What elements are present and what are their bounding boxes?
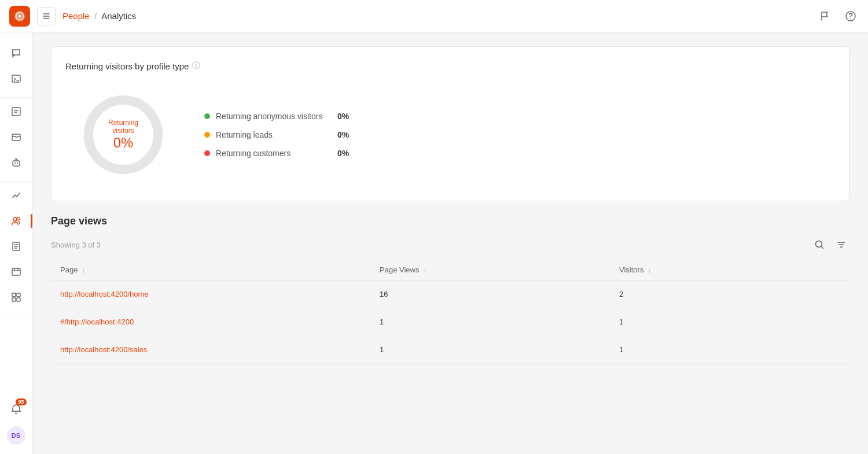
sidebar: 95 DS — [0, 0, 32, 454]
svg-point-18 — [89, 100, 158, 169]
table-cell-visitors: 1 — [610, 336, 849, 364]
svg-rect-15 — [17, 293, 20, 297]
table-cell-views: 1 — [370, 308, 610, 336]
info-icon[interactable]: ⓘ — [192, 61, 200, 71]
table-cell-page: #/http://localhost:4200 — [51, 308, 370, 336]
svg-point-10 — [13, 217, 17, 221]
sidebar-item-terminal[interactable] — [5, 67, 28, 90]
table-body: http://localhost:4200/home 16 2 #/http:/… — [51, 280, 849, 364]
donut-chart: Returning visitors 0% — [77, 88, 170, 181]
svg-point-19 — [816, 241, 822, 248]
table-row: #/http://localhost:4200 1 1 — [51, 308, 849, 336]
topbar: People / Analytics — [0, 0, 868, 32]
svg-rect-5 — [12, 108, 20, 116]
svg-rect-4 — [12, 75, 20, 82]
sidebar-item-grid[interactable] — [5, 286, 28, 309]
legend-value-leads: 0% — [337, 130, 349, 139]
returning-visitors-card: Returning visitors by profile type ⓘ Ret… — [51, 46, 849, 201]
col-header-views[interactable]: Page Views ↕ — [370, 260, 610, 280]
svg-point-3 — [850, 18, 851, 19]
page-link[interactable]: #/http://localhost:4200 — [60, 318, 134, 326]
col-header-page[interactable]: Page ↕ — [51, 260, 370, 280]
table-cell-views: 1 — [370, 336, 610, 364]
table-cell-page: http://localhost:4200/sales — [51, 336, 370, 364]
svg-point-1 — [18, 14, 21, 18]
card-title-text: Returning visitors by profile type — [65, 61, 189, 71]
legend-item-anonymous: Returning anonymous visitors 0% — [204, 112, 349, 121]
main-content: Returning visitors by profile type ⓘ Ret… — [32, 32, 868, 454]
filter-button[interactable] — [833, 237, 849, 253]
legend-dot-customers — [204, 150, 210, 156]
showing-text: Showing 3 of 3 — [51, 241, 101, 249]
legend-value-customers: 0% — [337, 149, 349, 158]
page-views-section: Page views Showing 3 of 3 Page ↕ — [51, 215, 849, 364]
chart-area: Returning visitors 0% Returning anonymou… — [65, 83, 835, 187]
avatar[interactable]: DS — [7, 426, 25, 445]
legend-item-customers: Returning customers 0% — [204, 149, 349, 158]
table-actions — [811, 237, 849, 253]
notification-badge: 95 — [16, 398, 26, 405]
table-row: http://localhost:4200/sales 1 1 — [51, 336, 849, 364]
page-views-title: Page views — [51, 215, 849, 227]
chart-legend: Returning anonymous visitors 0% Returnin… — [204, 112, 349, 158]
svg-rect-7 — [13, 161, 20, 166]
svg-rect-13 — [12, 268, 20, 275]
legend-dot-leads — [204, 132, 210, 138]
table-cell-page: http://localhost:4200/home — [51, 280, 370, 308]
page-link[interactable]: http://localhost:4200/home — [60, 290, 149, 298]
svg-point-8 — [14, 163, 15, 164]
page-views-table: Page ↕ Page Views ↕ Visitors ↓ http://lo… — [51, 260, 849, 364]
breadcrumb-parent[interactable]: People — [62, 11, 90, 21]
table-cell-visitors: 2 — [610, 280, 849, 308]
sidebar-bottom: 95 DS — [6, 398, 27, 445]
table-meta: Showing 3 of 3 — [51, 237, 849, 253]
table-header-row: Page ↕ Page Views ↕ Visitors ↓ — [51, 260, 849, 280]
sidebar-item-inbox[interactable] — [5, 126, 28, 149]
sidebar-item-people[interactable] — [5, 209, 28, 232]
flag-icon[interactable] — [817, 8, 833, 24]
app-logo[interactable] — [9, 6, 30, 27]
legend-item-leads: Returning leads 0% — [204, 130, 349, 139]
breadcrumb-separator: / — [94, 11, 97, 21]
table-cell-views: 16 — [370, 280, 610, 308]
svg-rect-17 — [17, 298, 20, 301]
sort-icon-views: ↕ — [424, 267, 427, 274]
topbar-left: People / Analytics — [9, 6, 136, 27]
svg-rect-16 — [12, 298, 16, 301]
svg-point-11 — [17, 217, 20, 220]
help-icon[interactable] — [843, 8, 859, 24]
sidebar-item-bot[interactable] — [5, 151, 28, 174]
sort-icon-page: ↕ — [82, 267, 86, 274]
legend-dot-anonymous — [204, 113, 210, 119]
sidebar-section-top — [0, 42, 32, 98]
table-cell-visitors: 1 — [610, 308, 849, 336]
page-link[interactable]: http://localhost:4200/sales — [60, 345, 147, 354]
sort-icon-visitors: ↓ — [648, 267, 652, 274]
table-row: http://localhost:4200/home 16 2 — [51, 280, 849, 308]
breadcrumb-current: Analytics — [101, 11, 136, 21]
col-header-visitors[interactable]: Visitors ↓ — [610, 260, 849, 280]
sidebar-item-analytics-chart[interactable] — [5, 184, 28, 207]
sidebar-item-chat[interactable] — [5, 42, 28, 65]
sidebar-item-contacts[interactable] — [5, 100, 28, 123]
breadcrumb: People / Analytics — [62, 11, 136, 21]
sidebar-section-analytics — [0, 184, 32, 316]
nav-collapse-button[interactable] — [37, 7, 56, 25]
sidebar-section-middle — [0, 100, 32, 182]
sidebar-item-campaigns[interactable] — [5, 260, 28, 283]
notifications-button[interactable]: 95 — [6, 398, 27, 419]
legend-label-anonymous: Returning anonymous visitors — [216, 112, 332, 121]
legend-label-customers: Returning customers — [216, 149, 332, 158]
svg-rect-14 — [12, 293, 16, 297]
card-title: Returning visitors by profile type ⓘ — [65, 61, 835, 71]
legend-label-leads: Returning leads — [216, 130, 332, 139]
sidebar-item-reports[interactable] — [5, 235, 28, 258]
svg-point-9 — [16, 163, 17, 164]
topbar-right — [817, 8, 859, 24]
legend-value-anonymous: 0% — [337, 112, 349, 121]
search-button[interactable] — [811, 237, 827, 253]
